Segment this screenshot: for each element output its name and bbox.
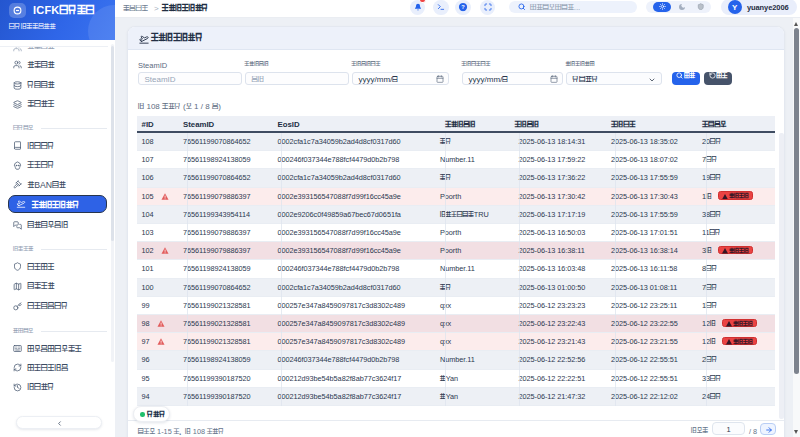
svg-text:?: ? — [461, 4, 465, 10]
